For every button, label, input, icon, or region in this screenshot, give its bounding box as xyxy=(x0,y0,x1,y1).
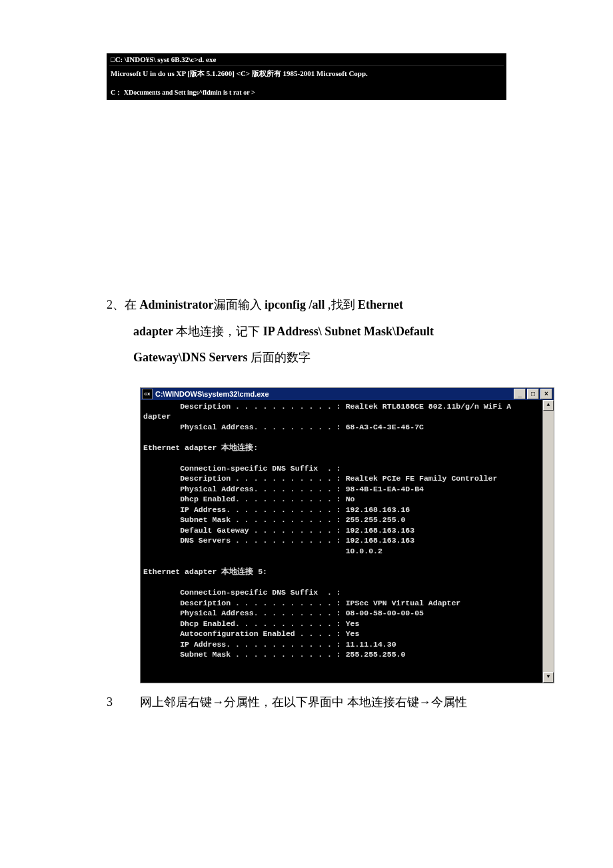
cmd-window: cx C:\WINDOWS\system32\cmd.exe _ □ × Des… xyxy=(140,387,554,683)
maximize-button[interactable]: □ xyxy=(527,389,539,399)
text-bold: Ethernet xyxy=(358,298,403,311)
text-bold: adapter xyxy=(133,325,176,338)
scrollbar[interactable]: ▲ ▼ xyxy=(542,400,554,683)
terminal-1-line2: C： XDocuments and Sett ings^fldmin is t … xyxy=(109,81,504,99)
step-3-paragraph: 3 网上邻居右键→分属性，在以下界面中 本地连接右键→今属性 xyxy=(107,694,506,710)
text: 2、在 xyxy=(107,298,140,311)
step-3-text: 网上邻居右键→分属性，在以下界面中 本地连接右键→今属性 xyxy=(140,694,467,710)
spacer xyxy=(107,105,506,292)
terminal-1-line1: Microsoft U in do us XP [版本 5.1.2600] <C… xyxy=(109,66,504,81)
text-bold: Administrator xyxy=(140,298,214,311)
text: 后面的数字 xyxy=(251,351,310,364)
text: ,找到 xyxy=(325,298,358,311)
text: 漏面输入 xyxy=(214,298,265,311)
scroll-up-icon[interactable]: ▲ xyxy=(543,400,554,411)
step-3-number: 3 xyxy=(107,695,140,709)
terminal-1-title: □C: \⁠INDO¥S\ syst 6B.32\c>d. exe xyxy=(109,55,504,66)
cmd-title-text: C:\WINDOWS\system32\cmd.exe xyxy=(155,390,512,398)
text-bold: IP Address\ Subnet Mask\Default xyxy=(263,325,434,338)
terminal-screenshot-1: □C: \⁠INDO¥S\ syst 6B.32\c>d. exe Micros… xyxy=(107,53,506,100)
text: 本地连接，记下 xyxy=(176,325,263,338)
text-bold: ipconfig /all xyxy=(265,298,325,311)
scroll-down-icon[interactable]: ▼ xyxy=(543,672,554,683)
minimize-button[interactable]: _ xyxy=(514,389,526,399)
close-button[interactable]: × xyxy=(540,389,552,399)
step-2-paragraph: 2、在 Administrator漏面输入 ipconfig /all ,找到 … xyxy=(107,292,506,371)
cmd-icon: cx xyxy=(142,389,153,399)
cmd-titlebar: cx C:\WINDOWS\system32\cmd.exe _ □ × xyxy=(141,388,554,400)
text-bold: Gateway\DNS Servers xyxy=(133,351,251,364)
cmd-output: Description . . . . . . . . . . . : Real… xyxy=(141,400,554,683)
